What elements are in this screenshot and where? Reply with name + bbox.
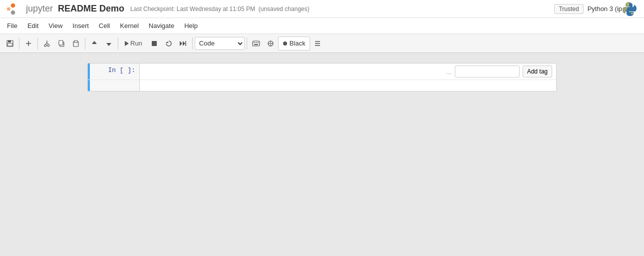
restart-button[interactable] [162, 36, 176, 50]
menu-file[interactable]: File [2, 21, 22, 30]
svg-rect-29 [254, 44, 258, 45]
cell-input[interactable] [143, 66, 439, 76]
menu-cell[interactable]: Cell [94, 21, 115, 30]
fast-forward-button[interactable] [176, 36, 190, 50]
notebook-name[interactable]: README Demo [58, 4, 124, 14]
toolbar-sep-5 [192, 38, 193, 50]
jupyter-logo [6, 2, 22, 16]
cell-prompt: In [ ]: [90, 64, 140, 80]
paste-button[interactable] [69, 36, 83, 50]
cell-toolbar-button[interactable] [264, 36, 278, 50]
copy-button[interactable] [54, 36, 68, 50]
svg-marker-19 [92, 41, 97, 44]
svg-point-4 [632, 12, 633, 14]
output-prompt [90, 80, 140, 91]
cell-wrapper: In [ ]: ... Add tag [87, 63, 557, 92]
svg-rect-25 [253, 41, 260, 46]
crosshair-icon [267, 40, 274, 47]
cut-button[interactable] [40, 36, 54, 50]
checkpoint-info: Last Checkpoint: Last Wednesday at 11:05… [130, 6, 310, 12]
svg-line-12 [45, 42, 47, 44]
run-triangle-icon [125, 41, 129, 46]
cell-tags-area: ... Add tag [442, 64, 556, 80]
svg-point-2 [7, 7, 10, 10]
svg-point-10 [44, 44, 46, 46]
toolbar-sep-1 [19, 38, 19, 50]
menu-view[interactable]: View [43, 21, 67, 30]
fast-forward-icon [179, 40, 187, 47]
kernel-info: Python 3 (ip [588, 5, 622, 12]
paste-icon [72, 40, 79, 47]
add-tag-button[interactable]: Add tag [523, 66, 552, 78]
add-cell-above-button[interactable] [21, 36, 35, 50]
copy-icon [58, 40, 65, 47]
cell-type-select[interactable]: Code Markdown Raw NBConvert Heading [195, 37, 245, 50]
svg-marker-23 [183, 41, 185, 46]
notebook-container: In [ ]: ... Add tag [47, 63, 597, 92]
output-area [140, 80, 556, 91]
stop-button[interactable] [147, 36, 161, 50]
menu-edit[interactable]: Edit [22, 21, 43, 30]
restart-icon [165, 40, 172, 47]
svg-marker-21 [166, 42, 169, 43]
save-icon [6, 40, 13, 47]
keyboard-icon [252, 40, 260, 46]
titlebar: jupyter README Demo Last Checkpoint: Las… [0, 0, 644, 18]
cut-icon [43, 40, 50, 47]
black-button[interactable]: Black [278, 36, 310, 50]
svg-point-1 [11, 10, 15, 14]
run-label: Run [130, 40, 142, 47]
python-logo-icon [622, 1, 638, 17]
svg-rect-7 [7, 44, 12, 46]
trusted-badge: Trusted [554, 4, 583, 14]
svg-marker-20 [106, 43, 111, 46]
add-above-icon [25, 40, 32, 47]
stop-icon [152, 41, 157, 46]
list-icon [314, 40, 321, 46]
svg-point-11 [47, 44, 49, 46]
tag-input[interactable] [455, 66, 520, 78]
toolbar: Run Code Markdown Raw NBConvert Heading [0, 34, 644, 53]
cell-input-area[interactable] [140, 64, 442, 80]
save-button[interactable] [3, 36, 17, 50]
menu-help[interactable]: Help [179, 21, 203, 30]
cell-ellipsis[interactable]: ... [446, 68, 452, 76]
app-name: jupyter [26, 4, 53, 14]
svg-marker-22 [180, 41, 182, 46]
menubar: File Edit View Insert Cell Kernel Naviga… [0, 18, 644, 34]
svg-point-33 [283, 42, 287, 46]
svg-rect-27 [256, 42, 257, 43]
tag-toggle-button[interactable] [311, 36, 324, 50]
cell-input-row: In [ ]: ... Add tag [88, 64, 556, 80]
svg-line-13 [47, 42, 48, 44]
menu-insert[interactable]: Insert [67, 21, 94, 30]
move-down-icon [105, 40, 112, 47]
svg-rect-16 [59, 40, 63, 45]
svg-rect-6 [8, 40, 11, 42]
toolbar-sep-3 [85, 38, 85, 50]
svg-rect-28 [258, 42, 259, 43]
run-button[interactable]: Run [120, 36, 147, 50]
jupyter-logo-icon [6, 2, 20, 16]
svg-rect-26 [254, 42, 255, 43]
cell-output-row [88, 80, 556, 91]
keyboard-shortcut-button[interactable] [249, 36, 263, 50]
notebook-area: In [ ]: ... Add tag [0, 53, 644, 253]
move-up-icon [91, 40, 98, 47]
toolbar-sep-2 [37, 38, 38, 50]
move-down-button[interactable] [102, 36, 116, 50]
black-circle-icon [283, 41, 288, 46]
svg-point-0 [11, 3, 15, 8]
menu-navigate[interactable]: Navigate [144, 21, 179, 30]
toolbar-sep-6 [247, 38, 247, 50]
black-label: Black [290, 40, 306, 47]
move-up-button[interactable] [87, 36, 101, 50]
menu-kernel[interactable]: Kernel [115, 21, 144, 30]
svg-rect-18 [74, 40, 77, 42]
toolbar-sep-4 [118, 38, 118, 50]
